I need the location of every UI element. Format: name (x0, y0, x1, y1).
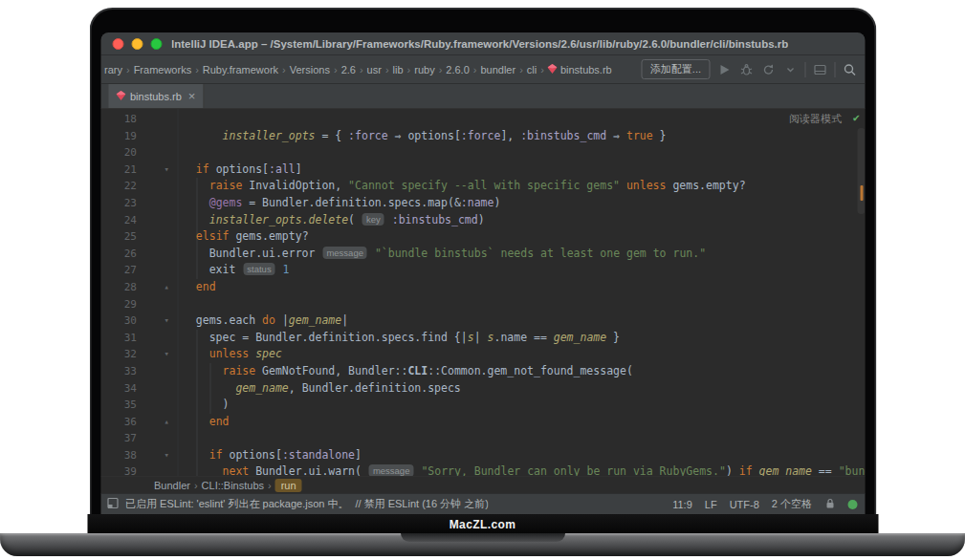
breadcrumb-label: rary (104, 64, 122, 75)
close-window-button[interactable] (112, 38, 123, 50)
breadcrumb-separator: › (384, 64, 390, 75)
tab-binstubs[interactable]: binstubs.rb × (108, 84, 204, 108)
search-icon[interactable] (842, 62, 857, 77)
fold-marker-icon[interactable]: ▾ (137, 447, 177, 464)
fold-marker-icon[interactable]: ▾ (137, 312, 177, 330)
breadcrumb-label: 2.6 (341, 64, 356, 75)
line-number: 23 (100, 195, 137, 212)
file-encoding[interactable]: UTF-8 (730, 499, 759, 510)
breadcrumb-item[interactable]: binstubs.rb (548, 64, 612, 75)
code-text: @gems = Bundler.definition.specs.map(&:n… (177, 195, 500, 212)
code-text: if options[:all] (177, 162, 302, 179)
breadcrumb-item[interactable]: usr (367, 64, 382, 75)
structure-breadcrumb-item[interactable]: CLI::Binstubs (202, 480, 264, 491)
breadcrumb-label: ruby (414, 64, 434, 75)
line-number: 27 (100, 262, 137, 279)
parameter-hint-chip: key (362, 213, 384, 226)
fold-marker-icon (137, 430, 177, 447)
structure-breadcrumb-item[interactable]: Bundler (154, 480, 190, 491)
breadcrumb-item[interactable]: bundler (480, 64, 515, 75)
parameter-hint-chip: status (243, 263, 274, 275)
breadcrumb-item[interactable]: Ruby.framework (203, 64, 278, 75)
code-line: 18 (100, 111, 865, 128)
minimize-window-button[interactable] (131, 38, 143, 50)
editor-breadcrumbs: Bundler›CLI::Binstubs›run (100, 476, 865, 493)
line-number: 38 (100, 447, 137, 464)
breadcrumb-item[interactable]: lib (393, 64, 404, 75)
breadcrumb-separator: › (333, 64, 339, 75)
code-line: 33 raise GemNotFound, Bundler::CLI::Comm… (100, 363, 865, 380)
fold-marker-icon (137, 128, 177, 145)
line-number: 39 (100, 463, 137, 476)
inspections-ok-icon[interactable]: ✔ (853, 111, 860, 124)
code-line: 34 gem_name, Bundler.definition.specs (100, 380, 865, 398)
fold-marker-icon (137, 397, 177, 414)
code-text: raise InvalidOption, "Cannot specify --a… (177, 178, 746, 195)
lock-icon[interactable] (824, 498, 835, 511)
code-text: if options[:standalone] (177, 447, 362, 464)
breadcrumb-separator: › (406, 64, 412, 75)
fold-marker-icon (137, 212, 177, 229)
indent-setting[interactable]: 2 个空格 (772, 497, 812, 511)
breadcrumb-separator: › (518, 64, 524, 75)
breadcrumb-label: binstubs.rb (560, 64, 612, 75)
tool-window-toggle-icon[interactable] (106, 497, 119, 511)
line-number: 37 (100, 430, 137, 447)
code-text (177, 144, 183, 162)
breadcrumb-item[interactable]: 2.6 (341, 64, 356, 75)
code-line: 19 installer_opts = { :force ⇒ options[:… (100, 128, 865, 145)
breadcrumb-item[interactable]: ruby (414, 64, 434, 75)
line-number: 32 (100, 346, 137, 363)
code-line: 36▴ end (100, 414, 865, 431)
notification-dot[interactable] (847, 500, 857, 509)
run-icon[interactable] (716, 62, 732, 77)
code-line: 29 (100, 296, 865, 313)
fold-marker-icon[interactable]: ▴ (137, 414, 177, 431)
ruby-file-icon (548, 64, 558, 75)
parameter-hint-chip: message (322, 247, 367, 259)
code-text: spec = Bundler.definition.specs.find {|s… (177, 330, 620, 347)
breadcrumb-label: Versions (290, 64, 330, 75)
fold-marker-icon (137, 144, 177, 162)
zoom-window-button[interactable] (150, 38, 162, 50)
line-separator[interactable]: LF (705, 499, 717, 510)
eslint-disable-link[interactable]: // 禁用 ESLint (16 分钟 之前) (355, 497, 488, 511)
code-text: installer_opts = { :force ⇒ options[:for… (177, 128, 667, 145)
caret-position[interactable]: 11:9 (672, 499, 692, 510)
add-configuration-button[interactable]: 添加配置... (642, 59, 710, 79)
breadcrumb-item[interactable]: cli (527, 64, 537, 75)
code-line: 30▾ gems.each do |gem_name| (100, 312, 865, 330)
stripe-warning-mark[interactable] (860, 185, 863, 201)
structure-breadcrumb-item[interactable]: run (275, 479, 302, 492)
editor-area[interactable]: 1819 installer_opts = { :force ⇒ options… (100, 109, 865, 476)
tool-windows-icon[interactable] (812, 62, 827, 77)
line-number: 25 (100, 228, 137, 246)
code-line: 25 elsif gems.empty? (100, 228, 865, 246)
breadcrumb-item[interactable]: Versions (290, 64, 330, 75)
line-number: 21 (100, 162, 137, 179)
fold-marker-icon[interactable]: ▾ (137, 162, 177, 179)
line-number: 28 (100, 279, 137, 296)
fold-marker-icon[interactable]: ▴ (137, 279, 177, 296)
debug-icon[interactable] (738, 62, 754, 77)
status-right: 11:9 LF UTF-8 2 个空格 (672, 497, 857, 511)
code-text: exit status 1 (177, 262, 290, 279)
tab-label: binstubs.rb (130, 91, 182, 102)
code-text: installer_opts.delete( key :binstubs_cmd… (177, 212, 485, 229)
breadcrumb-label: bundler (480, 64, 515, 75)
breadcrumb-item[interactable]: Frameworks (134, 64, 192, 75)
scrollbar[interactable] (857, 128, 865, 214)
line-number: 26 (100, 246, 137, 263)
code-text: raise GemNotFound, Bundler::CLI::Common.… (177, 363, 633, 380)
chevron-down-icon[interactable] (782, 62, 798, 77)
code-line: 32▾ unless spec (100, 346, 865, 363)
fold-marker-icon[interactable]: ▾ (137, 346, 177, 363)
coverage-icon[interactable] (760, 62, 776, 77)
breadcrumb-label: lib (393, 64, 404, 75)
breadcrumb-item[interactable]: 2.6.0 (446, 64, 469, 75)
breadcrumb-label: Ruby.framework (203, 64, 278, 75)
breadcrumb-item[interactable]: rary (104, 64, 122, 75)
close-tab-icon[interactable]: × (188, 91, 196, 101)
line-number: 35 (100, 397, 137, 414)
breadcrumb-label: Frameworks (134, 64, 192, 75)
